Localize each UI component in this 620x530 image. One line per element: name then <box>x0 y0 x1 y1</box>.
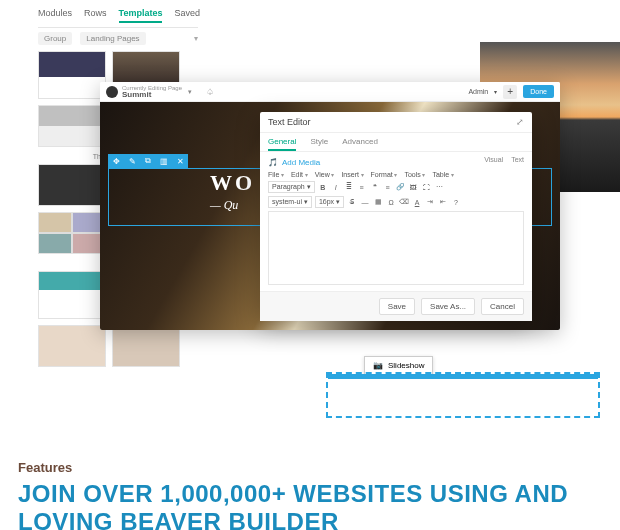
menu-insert[interactable]: Insert <box>341 171 363 178</box>
menu-format[interactable]: Format <box>371 171 398 178</box>
cancel-button[interactable]: Cancel <box>481 298 524 315</box>
tab-rows[interactable]: Rows <box>84 8 107 23</box>
popup-footer: Save Save As... Cancel <box>260 291 532 321</box>
panel-subtabs: Group Landing Pages ▾ <box>38 32 198 45</box>
tab-advanced[interactable]: Advanced <box>342 137 378 151</box>
page-title: Summit <box>122 91 182 99</box>
tab-general[interactable]: General <box>268 137 296 151</box>
tab-style[interactable]: Style <box>310 137 328 151</box>
template-thumb[interactable] <box>112 325 180 367</box>
popup-header[interactable]: Text Editor ⤢ <box>260 112 532 133</box>
slideshow-dropzone[interactable] <box>326 372 600 418</box>
indent-icon[interactable]: ⇥ <box>425 197 435 207</box>
user-label[interactable]: Admin <box>468 88 488 95</box>
hr-icon[interactable]: — <box>360 197 370 207</box>
chevron-down-icon[interactable]: ▾ <box>194 34 198 43</box>
move-icon[interactable]: ✥ <box>108 154 124 168</box>
text-tab[interactable]: Text <box>511 156 524 163</box>
bold-icon[interactable]: B <box>318 182 328 192</box>
strike-icon[interactable]: S̶ <box>347 197 357 207</box>
text-editor-popup: Text Editor ⤢ General Style Advanced Vis… <box>260 112 532 321</box>
help-icon[interactable]: ? <box>451 197 461 207</box>
visual-tab[interactable]: Visual <box>484 156 503 163</box>
brand-icon <box>106 86 118 98</box>
align-icon[interactable]: ≡ <box>383 182 393 192</box>
ol-icon[interactable]: ≡ <box>357 182 367 192</box>
italic-icon[interactable]: I <box>331 182 341 192</box>
popup-tabs: General Style Advanced <box>260 133 532 152</box>
add-media-label: Add Media <box>282 158 320 167</box>
menu-file[interactable]: File <box>268 171 284 178</box>
menu-table[interactable]: Table <box>432 171 453 178</box>
popup-title: Text Editor <box>268 117 311 127</box>
hero-headline: WO — Qu <box>210 170 255 213</box>
slideshow-icon: 📷 <box>373 361 383 370</box>
columns-icon[interactable]: ▥ <box>156 154 172 168</box>
fullscreen-icon[interactable]: ⛶ <box>422 182 432 192</box>
table-icon[interactable]: ▦ <box>373 197 383 207</box>
selection-toolbar: ✥ ✎ ⧉ ▥ ✕ <box>108 154 188 168</box>
template-thumb[interactable] <box>38 212 106 254</box>
subtab-category[interactable]: Landing Pages <box>80 32 145 45</box>
add-button[interactable]: + <box>503 85 517 99</box>
panel-tabs: Modules Rows Templates Saved <box>38 8 198 28</box>
close-icon[interactable]: ✕ <box>172 154 188 168</box>
color-icon[interactable]: A <box>412 197 422 207</box>
headline-big: WO <box>210 170 255 196</box>
wrench-icon[interactable]: ✎ <box>124 154 140 168</box>
char-icon[interactable]: Ω <box>386 197 396 207</box>
template-thumb[interactable] <box>38 325 106 367</box>
more-icon[interactable]: ⋯ <box>435 182 445 192</box>
view-mode-tabs: Visual Text <box>484 156 524 163</box>
template-thumb[interactable] <box>38 105 106 147</box>
outdent-icon[interactable]: ⇤ <box>438 197 448 207</box>
marketing-headline: JOIN OVER 1,000,000+ WEBSITES USING AND … <box>18 480 620 530</box>
save-button[interactable]: Save <box>379 298 415 315</box>
save-as-button[interactable]: Save As... <box>421 298 475 315</box>
tab-saved[interactable]: Saved <box>174 8 200 23</box>
features-label: Features <box>18 460 72 475</box>
headline-script: — Qu <box>210 198 255 213</box>
rte-toolbar-2: system-ui ▾ 16px ▾ S̶ — ▦ Ω ⌫ A ⇥ ⇤ ? <box>268 196 524 208</box>
editor-topbar: Currently Editing Page Summit ▾ ♤ Admin … <box>100 82 560 102</box>
rich-text-area[interactable] <box>268 211 524 285</box>
menu-edit[interactable]: Edit <box>291 171 308 178</box>
template-thumb[interactable] <box>38 51 106 99</box>
menu-tools[interactable]: Tools <box>404 171 425 178</box>
tab-templates[interactable]: Templates <box>119 8 163 23</box>
chevron-down-icon[interactable]: ▾ <box>188 88 192 96</box>
quote-icon[interactable]: ❝ <box>370 182 380 192</box>
format-select[interactable]: Paragraph ▾ <box>268 181 315 193</box>
subtab-group[interactable]: Group <box>38 32 72 45</box>
font-select[interactable]: system-ui ▾ <box>268 196 312 208</box>
menu-view[interactable]: View <box>315 171 335 178</box>
clear-icon[interactable]: ⌫ <box>399 197 409 207</box>
link-icon[interactable]: 🔗 <box>396 182 406 192</box>
slideshow-label: Slideshow <box>388 361 424 370</box>
tab-modules[interactable]: Modules <box>38 8 72 23</box>
template-thumb[interactable] <box>38 164 106 206</box>
duplicate-icon[interactable]: ⧉ <box>140 154 156 168</box>
bell-icon[interactable]: ♤ <box>206 87 214 97</box>
template-thumb[interactable] <box>38 271 106 319</box>
size-select[interactable]: 16px ▾ <box>315 196 344 208</box>
rte-menubar: File Edit View Insert Format Tools Table <box>268 171 524 178</box>
media-icon: 🎵 <box>268 158 278 167</box>
done-button[interactable]: Done <box>523 85 554 98</box>
image-icon[interactable]: 🖼 <box>409 182 419 192</box>
ul-icon[interactable]: ≣ <box>344 182 354 192</box>
expand-icon[interactable]: ⤢ <box>516 117 524 127</box>
rte-toolbar-1: Paragraph ▾ B I ≣ ≡ ❝ ≡ 🔗 🖼 ⛶ ⋯ <box>268 181 524 193</box>
